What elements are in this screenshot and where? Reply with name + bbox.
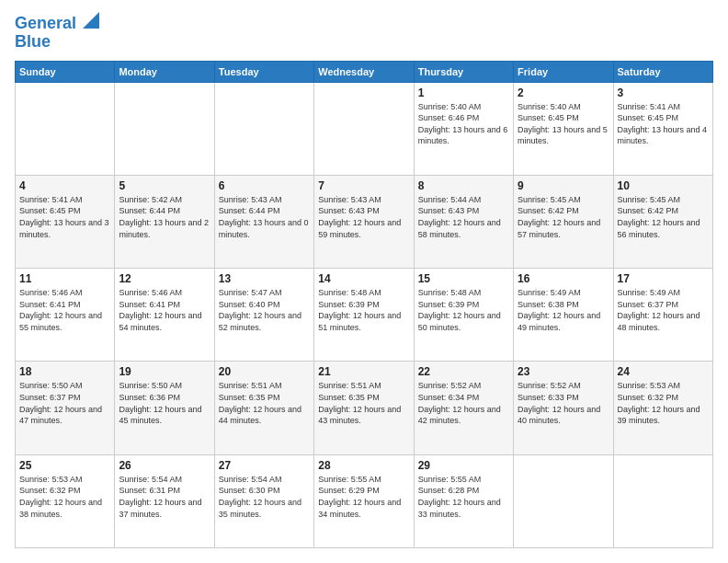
day-number: 18 <box>19 365 110 378</box>
calendar-cell: 26Sunrise: 5:54 AM Sunset: 6:31 PM Dayli… <box>115 454 214 547</box>
day-number: 8 <box>418 179 509 192</box>
day-number: 3 <box>618 86 709 99</box>
day-number: 29 <box>418 459 509 472</box>
calendar-cell: 13Sunrise: 5:47 AM Sunset: 6:40 PM Dayli… <box>214 269 313 362</box>
day-number: 5 <box>119 179 210 192</box>
day-number: 13 <box>219 272 310 285</box>
week-row-3: 11Sunrise: 5:46 AM Sunset: 6:41 PM Dayli… <box>16 269 713 362</box>
calendar-cell: 23Sunrise: 5:52 AM Sunset: 6:33 PM Dayli… <box>514 362 613 454</box>
calendar-cell: 16Sunrise: 5:49 AM Sunset: 6:38 PM Dayli… <box>514 269 613 362</box>
day-number: 19 <box>119 365 210 378</box>
calendar-cell: 21Sunrise: 5:51 AM Sunset: 6:35 PM Dayli… <box>314 362 414 454</box>
day-detail: Sunrise: 5:53 AM Sunset: 6:32 PM Dayligh… <box>618 380 709 426</box>
calendar-cell: 20Sunrise: 5:51 AM Sunset: 6:35 PM Dayli… <box>214 362 313 454</box>
day-detail: Sunrise: 5:44 AM Sunset: 6:43 PM Dayligh… <box>418 194 509 240</box>
calendar-cell <box>314 82 414 175</box>
day-detail: Sunrise: 5:47 AM Sunset: 6:40 PM Dayligh… <box>219 287 310 333</box>
calendar-cell: 4Sunrise: 5:41 AM Sunset: 6:45 PM Daylig… <box>16 175 115 268</box>
calendar-cell: 27Sunrise: 5:54 AM Sunset: 6:30 PM Dayli… <box>214 454 313 547</box>
calendar-cell: 19Sunrise: 5:50 AM Sunset: 6:36 PM Dayli… <box>115 362 214 454</box>
day-detail: Sunrise: 5:48 AM Sunset: 6:39 PM Dayligh… <box>418 287 509 333</box>
calendar-cell: 29Sunrise: 5:55 AM Sunset: 6:28 PM Dayli… <box>414 454 513 547</box>
day-number: 17 <box>618 272 709 285</box>
day-number: 24 <box>618 365 709 378</box>
calendar-cell: 28Sunrise: 5:55 AM Sunset: 6:29 PM Dayli… <box>314 454 414 547</box>
calendar-cell: 6Sunrise: 5:43 AM Sunset: 6:44 PM Daylig… <box>214 175 313 268</box>
week-row-4: 18Sunrise: 5:50 AM Sunset: 6:37 PM Dayli… <box>16 362 713 454</box>
day-number: 25 <box>19 459 110 472</box>
day-detail: Sunrise: 5:52 AM Sunset: 6:34 PM Dayligh… <box>418 380 509 426</box>
day-number: 21 <box>318 365 409 378</box>
day-detail: Sunrise: 5:54 AM Sunset: 6:30 PM Dayligh… <box>219 474 310 520</box>
calendar-cell: 25Sunrise: 5:53 AM Sunset: 6:32 PM Dayli… <box>16 454 115 547</box>
day-detail: Sunrise: 5:49 AM Sunset: 6:37 PM Dayligh… <box>618 287 709 333</box>
logo-text: General <box>15 15 99 33</box>
calendar-cell: 5Sunrise: 5:42 AM Sunset: 6:44 PM Daylig… <box>115 175 214 268</box>
day-detail: Sunrise: 5:50 AM Sunset: 6:37 PM Dayligh… <box>19 380 110 426</box>
weekday-header-tuesday: Tuesday <box>214 61 313 82</box>
calendar-cell <box>514 454 613 547</box>
day-number: 4 <box>19 179 110 192</box>
header: General Blue <box>15 15 713 52</box>
day-detail: Sunrise: 5:41 AM Sunset: 6:45 PM Dayligh… <box>618 101 709 147</box>
day-detail: Sunrise: 5:54 AM Sunset: 6:31 PM Dayligh… <box>119 474 210 520</box>
calendar-cell: 7Sunrise: 5:43 AM Sunset: 6:43 PM Daylig… <box>314 175 414 268</box>
day-number: 28 <box>318 459 409 472</box>
calendar-table: SundayMondayTuesdayWednesdayThursdayFrid… <box>15 61 713 548</box>
calendar-cell: 10Sunrise: 5:45 AM Sunset: 6:42 PM Dayli… <box>613 175 712 268</box>
day-number: 1 <box>418 86 509 99</box>
calendar-cell <box>613 454 712 547</box>
calendar-header: SundayMondayTuesdayWednesdayThursdayFrid… <box>16 61 713 82</box>
calendar-cell: 22Sunrise: 5:52 AM Sunset: 6:34 PM Dayli… <box>414 362 513 454</box>
calendar-cell <box>214 82 313 175</box>
calendar-cell: 14Sunrise: 5:48 AM Sunset: 6:39 PM Dayli… <box>314 269 414 362</box>
day-detail: Sunrise: 5:45 AM Sunset: 6:42 PM Dayligh… <box>518 194 609 240</box>
calendar-cell: 17Sunrise: 5:49 AM Sunset: 6:37 PM Dayli… <box>613 269 712 362</box>
day-detail: Sunrise: 5:48 AM Sunset: 6:39 PM Dayligh… <box>318 287 409 333</box>
day-number: 27 <box>219 459 310 472</box>
logo-blue: Blue <box>15 33 99 52</box>
weekday-header-friday: Friday <box>514 61 613 82</box>
day-number: 2 <box>518 86 609 99</box>
calendar-cell: 18Sunrise: 5:50 AM Sunset: 6:37 PM Dayli… <box>16 362 115 454</box>
calendar-cell <box>16 82 115 175</box>
day-number: 22 <box>418 365 509 378</box>
calendar-cell: 15Sunrise: 5:48 AM Sunset: 6:39 PM Dayli… <box>414 269 513 362</box>
calendar-cell: 11Sunrise: 5:46 AM Sunset: 6:41 PM Dayli… <box>16 269 115 362</box>
week-row-1: 1Sunrise: 5:40 AM Sunset: 6:46 PM Daylig… <box>16 82 713 175</box>
calendar-cell: 1Sunrise: 5:40 AM Sunset: 6:46 PM Daylig… <box>414 82 513 175</box>
week-row-5: 25Sunrise: 5:53 AM Sunset: 6:32 PM Dayli… <box>16 454 713 547</box>
day-detail: Sunrise: 5:45 AM Sunset: 6:42 PM Dayligh… <box>618 194 709 240</box>
weekday-header-thursday: Thursday <box>414 61 513 82</box>
day-detail: Sunrise: 5:43 AM Sunset: 6:43 PM Dayligh… <box>318 194 409 240</box>
weekday-header-sunday: Sunday <box>16 61 115 82</box>
day-number: 16 <box>518 272 609 285</box>
day-number: 9 <box>518 179 609 192</box>
day-number: 20 <box>219 365 310 378</box>
logo-general: General <box>15 14 76 32</box>
day-detail: Sunrise: 5:51 AM Sunset: 6:35 PM Dayligh… <box>318 380 409 426</box>
day-detail: Sunrise: 5:50 AM Sunset: 6:36 PM Dayligh… <box>119 380 210 426</box>
logo: General Blue <box>15 15 99 52</box>
day-detail: Sunrise: 5:55 AM Sunset: 6:29 PM Dayligh… <box>318 474 409 520</box>
weekday-header-monday: Monday <box>115 61 214 82</box>
calendar-cell: 3Sunrise: 5:41 AM Sunset: 6:45 PM Daylig… <box>613 82 712 175</box>
day-number: 23 <box>518 365 609 378</box>
day-number: 6 <box>219 179 310 192</box>
day-number: 12 <box>119 272 210 285</box>
weekday-header-saturday: Saturday <box>613 61 712 82</box>
calendar-cell: 8Sunrise: 5:44 AM Sunset: 6:43 PM Daylig… <box>414 175 513 268</box>
week-row-2: 4Sunrise: 5:41 AM Sunset: 6:45 PM Daylig… <box>16 175 713 268</box>
day-detail: Sunrise: 5:53 AM Sunset: 6:32 PM Dayligh… <box>19 474 110 520</box>
weekday-header-wednesday: Wednesday <box>314 61 414 82</box>
day-detail: Sunrise: 5:51 AM Sunset: 6:35 PM Dayligh… <box>219 380 310 426</box>
day-number: 11 <box>19 272 110 285</box>
day-number: 7 <box>318 179 409 192</box>
day-detail: Sunrise: 5:40 AM Sunset: 6:46 PM Dayligh… <box>418 101 509 147</box>
weekday-row: SundayMondayTuesdayWednesdayThursdayFrid… <box>16 61 713 82</box>
calendar-cell: 9Sunrise: 5:45 AM Sunset: 6:42 PM Daylig… <box>514 175 613 268</box>
calendar-cell: 2Sunrise: 5:40 AM Sunset: 6:45 PM Daylig… <box>514 82 613 175</box>
day-detail: Sunrise: 5:52 AM Sunset: 6:33 PM Dayligh… <box>518 380 609 426</box>
day-detail: Sunrise: 5:55 AM Sunset: 6:28 PM Dayligh… <box>418 474 509 520</box>
day-detail: Sunrise: 5:49 AM Sunset: 6:38 PM Dayligh… <box>518 287 609 333</box>
